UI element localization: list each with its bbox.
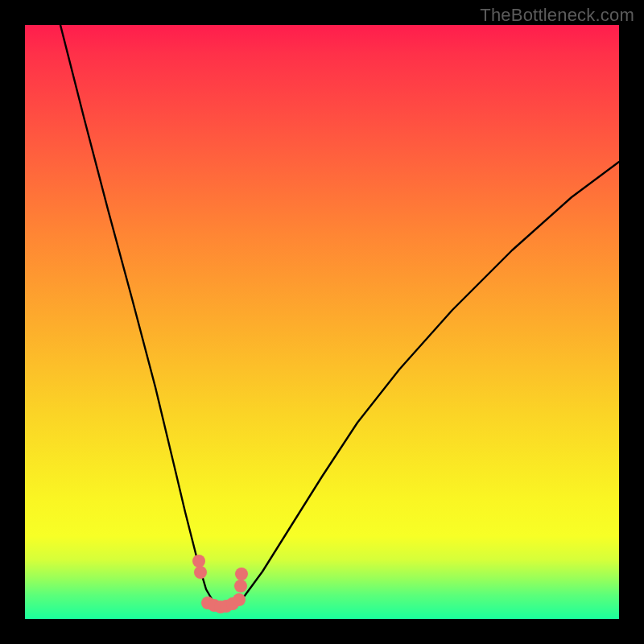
watermark-text: TheBottleneck.com [480, 5, 634, 26]
plot-area [25, 25, 619, 619]
bottleneck-curve [25, 25, 619, 619]
svg-point-0 [192, 555, 205, 568]
svg-point-8 [234, 580, 247, 592]
svg-point-7 [233, 593, 246, 606]
svg-point-1 [194, 566, 207, 579]
svg-point-9 [235, 568, 248, 580]
chart-frame: TheBottleneck.com [0, 0, 644, 644]
